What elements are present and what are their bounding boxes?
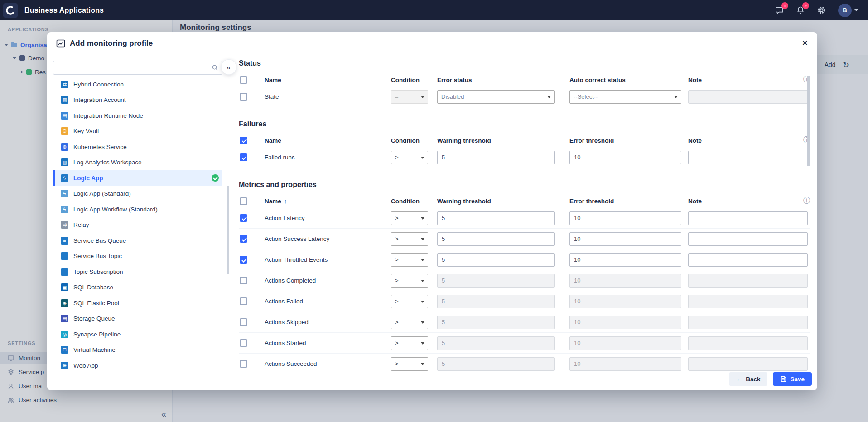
service-item[interactable]: ▦Integration Account: [53, 92, 222, 108]
error-threshold-input[interactable]: [569, 253, 681, 267]
notifications-button[interactable]: 2: [796, 5, 805, 15]
chat-button[interactable]: 1: [775, 5, 784, 15]
note-input[interactable]: [688, 336, 808, 350]
warning-threshold-input[interactable]: [437, 151, 555, 164]
row-name: Action Latency: [265, 215, 305, 221]
service-item[interactable]: ϟLogic App (Standard): [53, 186, 222, 202]
error-status-select[interactable]: Disabled: [437, 90, 555, 104]
note-input[interactable]: [688, 357, 808, 371]
column-header: Condition: [391, 198, 420, 205]
avatar: B: [838, 4, 852, 17]
row-checkbox[interactable]: [240, 153, 247, 161]
service-item[interactable]: ≡Service Bus Queue: [53, 233, 222, 249]
row-checkbox[interactable]: [240, 360, 247, 368]
service-item[interactable]: ▤Storage Queue: [53, 311, 222, 327]
service-item[interactable]: ϟLogic App: [53, 170, 222, 186]
service-item[interactable]: ⊛Kubernetes Service: [53, 139, 222, 155]
save-button[interactable]: Save: [773, 372, 812, 386]
service-item[interactable]: ≡Topic Subscription: [53, 264, 222, 280]
condition-select[interactable]: >: [391, 274, 428, 288]
app-logo[interactable]: [3, 3, 18, 18]
row-checkbox[interactable]: [240, 93, 247, 101]
service-item[interactable]: ≡Service Bus Topic: [53, 249, 222, 264]
warning-threshold-input[interactable]: [437, 316, 555, 329]
list-scrollbar[interactable]: [227, 186, 229, 274]
error-threshold-input[interactable]: [569, 295, 681, 308]
warning-threshold-input[interactable]: [437, 211, 555, 225]
condition-select[interactable]: >: [391, 316, 428, 329]
service-item[interactable]: ⊕Web App: [53, 358, 222, 374]
info-icon[interactable]: ⓘ: [803, 196, 810, 206]
user-menu[interactable]: B: [838, 4, 858, 17]
row-checkbox[interactable]: [240, 297, 247, 305]
service-item[interactable]: ⊙Key Vault: [53, 124, 222, 139]
note-input[interactable]: [688, 253, 808, 267]
condition-select[interactable]: >: [391, 253, 428, 267]
warning-threshold-input[interactable]: [437, 274, 555, 288]
row-checkbox[interactable]: [240, 339, 247, 347]
row-checkbox[interactable]: [240, 214, 247, 222]
warning-threshold-input[interactable]: [437, 357, 555, 371]
note-input[interactable]: [688, 211, 808, 225]
row-checkbox[interactable]: [240, 256, 247, 264]
note-input[interactable]: [688, 90, 808, 104]
header-checkbox[interactable]: [240, 137, 247, 144]
service-item[interactable]: ▣SQL Database: [53, 280, 222, 296]
condition-select[interactable]: >: [391, 232, 428, 246]
note-input[interactable]: [688, 295, 808, 308]
service-item-label: Integration Account: [73, 96, 126, 103]
error-threshold-input[interactable]: [569, 211, 681, 225]
row-checkbox[interactable]: [240, 235, 247, 243]
condition-select[interactable]: >: [391, 295, 428, 308]
service-item[interactable]: ▤Integration Runtime Node: [53, 108, 222, 124]
service-panel: ⇄Hybrid Connection▦Integration Account▤I…: [47, 55, 228, 390]
service-item[interactable]: ϟLogic App Workflow (Standard): [53, 201, 222, 217]
search-icon: [212, 64, 218, 72]
service-bus-topic-icon: ≡: [61, 252, 68, 260]
error-threshold-input[interactable]: [569, 151, 681, 164]
auto-correct-status-select[interactable]: --Select--: [569, 90, 681, 104]
condition-select[interactable]: >: [391, 336, 428, 350]
condition-select[interactable]: =: [391, 90, 428, 104]
sql-database-icon: ▣: [61, 283, 68, 291]
warning-threshold-input[interactable]: [437, 232, 555, 246]
header-checkbox[interactable]: [240, 76, 247, 84]
condition-select[interactable]: >: [391, 357, 428, 371]
service-item[interactable]: ◎Synapse Pipeline: [53, 326, 222, 342]
row-name: Actions Started: [265, 340, 306, 346]
condition-select[interactable]: >: [391, 151, 428, 164]
service-item[interactable]: ◈SQL Elastic Pool: [53, 295, 222, 311]
column-header: Note: [688, 137, 702, 144]
service-item[interactable]: ⇄Hybrid Connection: [53, 77, 222, 92]
row-checkbox[interactable]: [240, 277, 247, 284]
warning-threshold-input[interactable]: [437, 295, 555, 308]
relay-icon: ⇉: [61, 221, 68, 229]
note-input[interactable]: [688, 316, 808, 329]
error-threshold-input[interactable]: [569, 274, 681, 288]
table-row: Action Throttled Events>: [239, 249, 810, 270]
service-item[interactable]: ⇉Relay: [53, 217, 222, 233]
close-icon[interactable]: ✕: [802, 38, 808, 48]
back-button[interactable]: ← Back: [729, 372, 768, 386]
modal-title: Add monitoring profile: [70, 39, 153, 48]
service-item[interactable]: ▥Log Analytics Workspace: [53, 155, 222, 171]
error-threshold-input[interactable]: [569, 232, 681, 246]
warning-threshold-input[interactable]: [437, 253, 555, 267]
table-header-row: Name↑ConditionWarning thresholdError thr…: [239, 194, 810, 208]
search-input[interactable]: [53, 61, 222, 75]
note-input[interactable]: [688, 274, 808, 288]
note-input[interactable]: [688, 232, 808, 246]
header-checkbox[interactable]: [240, 197, 247, 205]
service-item[interactable]: ⊡Virtual Machine: [53, 342, 222, 358]
error-threshold-input[interactable]: [569, 357, 681, 371]
condition-select[interactable]: >: [391, 211, 428, 225]
content-scrollbar[interactable]: [807, 76, 810, 166]
row-checkbox[interactable]: [240, 318, 247, 326]
error-threshold-input[interactable]: [569, 336, 681, 350]
error-threshold-input[interactable]: [569, 316, 681, 329]
settings-button[interactable]: [817, 5, 826, 15]
row-name: Actions Succeeded: [265, 360, 317, 367]
warning-threshold-input[interactable]: [437, 336, 555, 350]
note-input[interactable]: [688, 151, 808, 164]
panel-collapse-button[interactable]: «: [221, 59, 236, 75]
